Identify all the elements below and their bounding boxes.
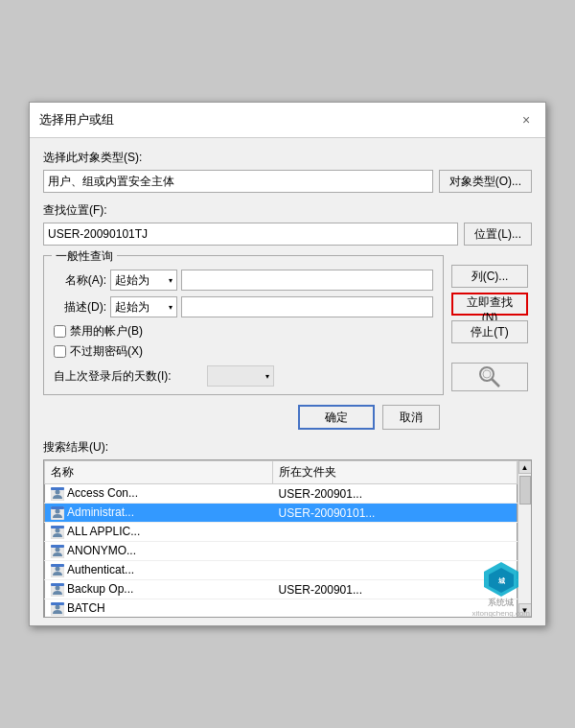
row-name-text: ANONYMO... [67,544,136,557]
days-combo: ▾ [207,365,274,387]
results-label: 搜索结果(U): [43,439,532,456]
name-combo-value: 起始为 [115,272,150,289]
row-name-cell: Backup Op... [45,580,273,599]
location-row: 位置(L)... [43,223,532,246]
close-button[interactable]: × [517,110,536,129]
svg-text:城: 城 [496,576,505,584]
name-label: 名称(A): [54,272,106,289]
name-combo-arrow: ▾ [169,276,172,285]
desc-label: 描述(D): [54,299,106,316]
table-row[interactable]: Access Con...USER-200901... [45,484,518,504]
row-name-text: BATCH [67,601,105,615]
watermark-logo: 城 [480,560,522,597]
user-icon [51,583,64,597]
object-type-button[interactable]: 对象类型(O)... [439,170,532,193]
desc-input[interactable] [181,296,433,317]
desc-combo-value: 起始为 [115,299,150,316]
results-table-container: 名称 所在文件夹 Access Con...USER-200901... Adm… [43,459,532,618]
row-name-cell: Access Con... [45,484,273,504]
location-button[interactable]: 位置(L)... [464,223,532,246]
user-icon [51,602,64,616]
days-combo-arrow: ▾ [265,372,269,381]
query-section: 一般性查询 名称(A): 起始为 ▾ [43,255,532,437]
watermark: 城 系统城 xitongcheng.com [472,560,530,618]
svg-point-0 [480,367,494,381]
row-folder-cell [273,523,518,542]
scroll-up-button[interactable]: ▲ [518,460,532,474]
user-icon [51,506,64,520]
row-name-text: Authenticat... [67,563,134,576]
select-user-dialog: 选择用户或组 × 选择此对象类型(S): 对象类型(O)... 查找位置(F):… [29,102,546,626]
row-folder-cell: USER-20090101... [273,504,518,523]
col-name-header: 名称 [45,461,273,484]
results-section: 搜索结果(U): 名称 所在文件夹 Access Co [43,439,532,618]
row-name-cell: Authenticat... [45,561,273,580]
row-name-cell: ALL APPLIC... [45,523,273,542]
object-type-row: 对象类型(O)... [43,170,532,193]
dialog-body: 选择此对象类型(S): 对象类型(O)... 查找位置(F): 位置(L)...… [30,138,545,625]
col-folder-header: 所在文件夹 [273,461,518,484]
table-header: 名称 所在文件夹 [45,461,518,484]
search-now-button[interactable]: 立即查找(N) [451,293,528,316]
table-row[interactable]: ALL APPLIC... [45,523,518,542]
checkbox2-row: 不过期密码(X) [54,343,433,360]
svg-point-13 [56,547,60,552]
name-combo[interactable]: 起始为 ▾ [110,270,177,291]
svg-rect-17 [51,564,64,567]
row-name-cell: BATCH [45,599,273,618]
group-content: 名称(A): 起始为 ▾ 描述(D): 起始为 [54,264,433,387]
search-icon-button[interactable] [451,363,528,391]
location-input[interactable] [43,223,458,246]
svg-rect-20 [51,583,64,586]
row-name-text: Administrat... [67,505,134,519]
svg-rect-5 [51,487,64,490]
desc-combo-arrow: ▾ [169,303,172,312]
stop-button[interactable]: 停止(T) [451,320,528,343]
svg-point-2 [483,370,491,378]
general-query-group: 一般性查询 名称(A): 起始为 ▾ [43,255,444,395]
table-row[interactable]: Administrat...USER-20090101... [45,504,518,523]
table-row[interactable]: Backup Op...USER-200901... [45,580,518,599]
confirm-button[interactable]: 确定 [298,405,375,430]
table-row[interactable]: BATCH [45,599,518,618]
desc-combo[interactable]: 起始为 ▾ [110,296,177,317]
main-buttons: 确定 取消 [43,405,444,430]
dialog-title: 选择用户或组 [39,111,114,129]
table-row[interactable]: ANONYMO... [45,542,518,561]
user-icon [51,545,64,558]
list-button[interactable]: 列(C)... [451,265,528,288]
row-name-cell: ANONYMO... [45,542,273,561]
object-type-label: 选择此对象类型(S): [43,150,532,166]
disabled-account-checkbox[interactable] [54,325,66,338]
object-type-input[interactable] [43,170,433,193]
svg-rect-23 [51,602,64,605]
group-label: 一般性查询 [52,248,117,265]
user-icon [51,526,64,539]
watermark-url: xitongcheng.com [472,609,530,618]
svg-rect-8 [51,506,64,509]
svg-line-1 [492,379,499,387]
svg-point-19 [56,585,60,590]
cancel-button[interactable]: 取消 [382,405,440,430]
svg-point-16 [56,566,60,571]
results-table: 名称 所在文件夹 Access Con...USER-200901... Adm… [44,460,518,617]
days-label: 自上次登录后的天数(I): [54,368,207,385]
svg-point-10 [56,528,60,532]
no-expire-password-checkbox[interactable] [54,345,66,358]
svg-rect-14 [51,545,64,548]
checkbox1-row: 禁用的帐户(B) [54,323,433,340]
location-label: 查找位置(F): [43,202,532,219]
row-name-text: Access Con... [67,486,138,500]
scroll-thumb[interactable] [519,476,531,505]
search-magnifier-icon [476,364,503,390]
watermark-site: 系统城 [488,597,514,609]
table-row[interactable]: Authenticat... [45,561,518,580]
name-input[interactable] [181,270,433,291]
results-scroll-area[interactable]: 名称 所在文件夹 Access Con...USER-200901... Adm… [44,460,518,617]
svg-point-22 [56,604,60,609]
group-and-main: 一般性查询 名称(A): 起始为 ▾ [43,255,444,437]
user-icon [51,487,64,501]
svg-rect-11 [51,526,64,528]
row-folder-cell: USER-200901... [273,484,518,504]
title-bar: 选择用户或组 × [30,103,545,138]
